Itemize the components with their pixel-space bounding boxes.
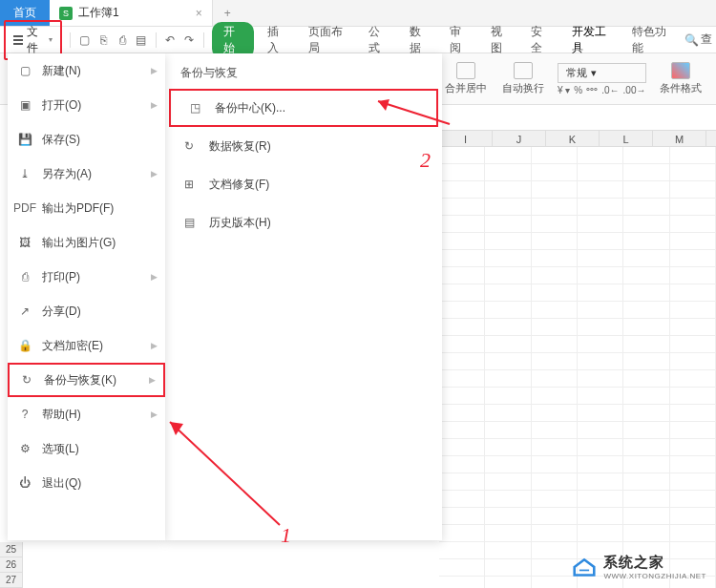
cell[interactable]: [578, 302, 623, 318]
file-menu-item[interactable]: 🖼输出为图片(G): [8, 225, 165, 260]
cell[interactable]: [670, 508, 716, 524]
cell[interactable]: [670, 302, 716, 318]
cell[interactable]: [670, 181, 716, 198]
cell[interactable]: [439, 233, 485, 249]
cell[interactable]: [670, 216, 716, 232]
ribbon-tab-review[interactable]: 审阅: [442, 24, 477, 56]
tab-document[interactable]: S 工作簿1 ×: [50, 0, 213, 26]
cell[interactable]: [485, 405, 531, 421]
file-menu-item[interactable]: ?帮助(H)▶: [8, 397, 165, 431]
cell[interactable]: [439, 559, 485, 576]
cell[interactable]: [439, 199, 485, 215]
cell[interactable]: [623, 473, 669, 490]
col-header[interactable]: J: [493, 131, 546, 146]
cell[interactable]: [439, 370, 485, 387]
cell[interactable]: [485, 370, 531, 387]
cell[interactable]: [485, 284, 531, 301]
grid-row[interactable]: [439, 336, 716, 353]
cell[interactable]: [532, 147, 578, 163]
grid-row[interactable]: [439, 388, 716, 405]
cell[interactable]: [578, 181, 623, 198]
cell[interactable]: [439, 491, 485, 507]
row-number[interactable]: 27: [0, 573, 23, 588]
row-number[interactable]: 25: [0, 542, 23, 557]
cell[interactable]: [532, 491, 578, 507]
cell[interactable]: [623, 216, 669, 232]
cell[interactable]: [439, 216, 485, 232]
cell[interactable]: [670, 267, 716, 284]
cell[interactable]: [439, 525, 485, 541]
cell[interactable]: [532, 267, 578, 284]
grid-row[interactable]: [439, 267, 716, 284]
preview-icon[interactable]: ▤: [135, 32, 148, 48]
grid-row[interactable]: [439, 250, 716, 267]
cell-grid[interactable]: [439, 147, 716, 588]
decimal-inc-icon[interactable]: .0←: [601, 85, 619, 95]
cell[interactable]: [439, 319, 485, 335]
cell[interactable]: [532, 473, 578, 490]
cell[interactable]: [670, 388, 716, 404]
cell[interactable]: [532, 181, 578, 198]
cell[interactable]: [532, 456, 578, 472]
cell[interactable]: [532, 319, 578, 335]
cell[interactable]: [485, 302, 531, 318]
decimal-dec-icon[interactable]: .00→: [623, 85, 646, 95]
cell[interactable]: [670, 353, 716, 369]
row-number[interactable]: 26: [0, 557, 23, 573]
cell[interactable]: [623, 422, 669, 438]
grid-row[interactable]: [439, 491, 716, 508]
cell[interactable]: [623, 508, 669, 524]
cell[interactable]: [485, 508, 531, 524]
cell[interactable]: [532, 388, 578, 404]
cell[interactable]: [670, 284, 716, 301]
cell[interactable]: [578, 216, 623, 232]
cell[interactable]: [439, 388, 485, 404]
percent-icon[interactable]: %: [574, 85, 582, 95]
cell[interactable]: [485, 353, 531, 369]
cell[interactable]: [670, 164, 716, 180]
grid-row[interactable]: [439, 508, 716, 525]
cell[interactable]: [623, 319, 669, 335]
cell[interactable]: [578, 456, 623, 472]
file-menu-item[interactable]: 💾保存(S): [8, 122, 165, 157]
cell[interactable]: [578, 250, 623, 266]
grid-row[interactable]: [439, 147, 716, 164]
file-menu-item[interactable]: ⎙打印(P)▶: [8, 260, 165, 294]
cell[interactable]: [578, 491, 623, 507]
cell[interactable]: [623, 164, 669, 180]
cell[interactable]: [532, 405, 578, 421]
cell[interactable]: [485, 267, 531, 284]
cell[interactable]: [532, 336, 578, 352]
cell[interactable]: [670, 491, 716, 507]
cell[interactable]: [532, 250, 578, 266]
cell[interactable]: [578, 267, 623, 284]
cell[interactable]: [578, 233, 623, 249]
cell[interactable]: [578, 147, 623, 163]
grid-row[interactable]: [439, 422, 716, 439]
cell[interactable]: [670, 199, 716, 215]
ribbon-tab-view[interactable]: 视图: [483, 24, 518, 56]
cell[interactable]: [485, 559, 531, 576]
cell[interactable]: [670, 147, 716, 163]
cell[interactable]: [578, 284, 623, 301]
cell[interactable]: [623, 353, 669, 369]
grid-row[interactable]: [439, 233, 716, 250]
submenu-item[interactable]: ↻数据恢复(R): [165, 127, 442, 165]
cell[interactable]: [623, 199, 669, 215]
col-header[interactable]: K: [546, 131, 600, 146]
cell[interactable]: [439, 181, 485, 198]
grid-row[interactable]: [439, 525, 716, 542]
cell[interactable]: [578, 388, 623, 404]
cell[interactable]: [485, 456, 531, 472]
cell[interactable]: [578, 439, 623, 455]
submenu-item[interactable]: ◳备份中心(K)...: [169, 89, 438, 127]
cell[interactable]: [532, 216, 578, 232]
cell[interactable]: [439, 250, 485, 266]
submenu-item[interactable]: ⊞文档修复(F): [165, 165, 442, 203]
cell[interactable]: [532, 353, 578, 369]
cell[interactable]: [670, 250, 716, 266]
cell[interactable]: [623, 302, 669, 318]
cell[interactable]: [532, 525, 578, 541]
merge-center-button[interactable]: 合并居中: [439, 62, 493, 95]
cond-format-button[interactable]: 条件格式: [654, 62, 707, 95]
